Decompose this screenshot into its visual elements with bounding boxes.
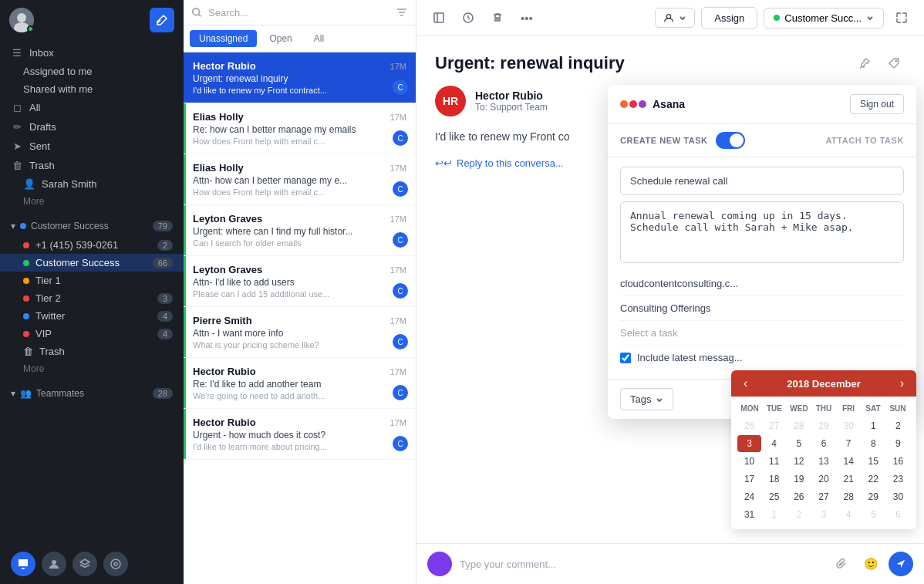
profile-button[interactable] bbox=[42, 552, 66, 576]
message-item[interactable]: Hector Rubio 17M Urgent: renewal inquiry… bbox=[184, 52, 416, 103]
more-link-1[interactable]: More bbox=[0, 193, 184, 210]
delete-icon[interactable] bbox=[486, 6, 509, 29]
calendar-day[interactable]: 4 bbox=[837, 506, 861, 523]
assign-button[interactable]: Assign bbox=[701, 7, 757, 29]
calendar-day[interactable]: 3 bbox=[811, 506, 835, 523]
calendar-day[interactable]: 5 bbox=[787, 435, 811, 452]
chat-button[interactable] bbox=[11, 552, 35, 576]
calendar-day[interactable]: 27 bbox=[762, 417, 786, 434]
calendar-day[interactable]: 30 bbox=[886, 488, 910, 505]
teammates-header[interactable]: ▾ 👥 Teammates 28 bbox=[0, 383, 184, 403]
calendar-day[interactable]: 23 bbox=[886, 471, 910, 488]
message-item[interactable]: Leyton Graves 17M Attn- I'd like to add … bbox=[184, 256, 416, 307]
calendar-day[interactable]: 24 bbox=[737, 488, 761, 505]
calendar-day[interactable]: 26 bbox=[737, 417, 761, 434]
calendar-day[interactable]: 13 bbox=[811, 453, 835, 470]
pin-icon[interactable] bbox=[853, 52, 876, 75]
calendar-day[interactable]: 21 bbox=[837, 471, 861, 488]
customer-success-header[interactable]: ▾ Customer Success 79 bbox=[0, 216, 184, 236]
calendar-day[interactable]: 20 bbox=[811, 471, 835, 488]
layers-button[interactable] bbox=[73, 552, 97, 576]
sidebar-item-tier2[interactable]: Tier 2 3 bbox=[0, 289, 184, 307]
calendar-day[interactable]: 22 bbox=[862, 471, 885, 488]
assignee-picker[interactable] bbox=[655, 8, 695, 28]
calendar-day[interactable]: 6 bbox=[886, 506, 910, 523]
calendar-day[interactable]: 30 bbox=[837, 417, 861, 434]
calendar-day[interactable]: 8 bbox=[862, 435, 885, 452]
sidebar-item-drafts[interactable]: ✏ Drafts bbox=[0, 117, 184, 137]
filter-icon[interactable] bbox=[396, 6, 408, 19]
calendar-day[interactable]: 1 bbox=[762, 506, 786, 523]
tab-open[interactable]: Open bbox=[260, 30, 301, 47]
calendar-day[interactable]: 29 bbox=[862, 488, 885, 505]
create-task-toggle[interactable] bbox=[716, 132, 745, 149]
tab-all[interactable]: All bbox=[305, 30, 333, 47]
tab-unassigned[interactable]: Unassigned bbox=[190, 30, 257, 47]
select-task-label[interactable]: Select a task bbox=[620, 327, 677, 339]
calendar-day[interactable]: 27 bbox=[811, 488, 835, 505]
calendar-day[interactable]: 5 bbox=[862, 506, 885, 523]
sign-out-button[interactable]: Sign out bbox=[850, 94, 904, 114]
calendar-day[interactable]: 4 bbox=[762, 435, 786, 452]
message-item[interactable]: Hector Rubio 17M Re: I'd like to add ano… bbox=[184, 358, 416, 409]
cal-prev-button[interactable]: ‹ bbox=[740, 376, 750, 390]
calendar-day[interactable]: 9 bbox=[886, 435, 910, 452]
calendar-day[interactable]: 16 bbox=[886, 453, 910, 470]
calendar-day[interactable]: 14 bbox=[837, 453, 861, 470]
more-link-2[interactable]: More bbox=[0, 360, 184, 377]
sidebar-item-trash[interactable]: 🗑 Trash bbox=[0, 156, 184, 175]
calendar-day[interactable]: 11 bbox=[762, 453, 786, 470]
view-icon[interactable] bbox=[427, 6, 450, 29]
sidebar-item-phone[interactable]: +1 (415) 539-0261 2 bbox=[0, 236, 184, 254]
calendar-day[interactable]: 10 bbox=[737, 453, 761, 470]
sidebar-item-twitter[interactable]: Twitter 4 bbox=[0, 307, 184, 325]
calendar-day[interactable]: 18 bbox=[762, 471, 786, 488]
message-item[interactable]: Elias Holly 17M Re: how can I better man… bbox=[184, 103, 416, 154]
calendar-day[interactable]: 25 bbox=[762, 488, 786, 505]
message-item[interactable]: Hector Rubio 17M Urgent - how much does … bbox=[184, 409, 416, 460]
expand-icon[interactable] bbox=[890, 6, 913, 29]
calendar-day[interactable]: 3 bbox=[737, 435, 761, 452]
clock-icon[interactable] bbox=[457, 6, 480, 29]
sidebar-item-tier1[interactable]: Tier 1 bbox=[0, 272, 184, 289]
calendar-day[interactable]: 2 bbox=[886, 417, 910, 434]
message-item[interactable]: Elias Holly 17M Attn- how can I better m… bbox=[184, 154, 416, 205]
calendar-day[interactable]: 29 bbox=[811, 417, 835, 434]
task-name-input[interactable] bbox=[620, 167, 904, 195]
sidebar-item-trash2[interactable]: 🗑 Trash bbox=[0, 343, 184, 360]
tag-icon[interactable] bbox=[882, 52, 905, 75]
calendar-day[interactable]: 26 bbox=[787, 488, 811, 505]
calendar-day[interactable]: 19 bbox=[787, 471, 811, 488]
calendar-day[interactable]: 17 bbox=[737, 471, 761, 488]
calendar-day[interactable]: 15 bbox=[862, 453, 885, 470]
emoji-icon[interactable]: 🙂 bbox=[859, 552, 882, 576]
include-message-checkbox[interactable] bbox=[620, 353, 631, 363]
tags-button[interactable]: Tags bbox=[620, 388, 673, 410]
search-input[interactable] bbox=[208, 7, 389, 19]
cal-next-button[interactable]: › bbox=[897, 376, 907, 390]
sidebar-item-inbox[interactable]: ☰ Inbox bbox=[0, 43, 184, 62]
sidebar-item-shared[interactable]: Shared with me bbox=[0, 80, 184, 98]
compose-button[interactable] bbox=[150, 8, 174, 32]
sidebar-item-sent[interactable]: ➤ Sent bbox=[0, 137, 184, 156]
send-button[interactable] bbox=[889, 552, 913, 576]
calendar-day[interactable]: 28 bbox=[837, 488, 861, 505]
sidebar-item-assigned[interactable]: Assigned to me bbox=[0, 62, 184, 80]
calendar-day[interactable]: 28 bbox=[787, 417, 811, 434]
calendar-day[interactable]: 6 bbox=[811, 435, 835, 452]
calendar-day[interactable]: 7 bbox=[837, 435, 861, 452]
comment-input[interactable] bbox=[460, 559, 822, 570]
message-item[interactable]: Leyton Graves 17M Urgent: where can I fi… bbox=[184, 205, 416, 256]
calendar-day[interactable]: 12 bbox=[787, 453, 811, 470]
sidebar-item-sarah[interactable]: 👤 Sarah Smith bbox=[0, 175, 184, 193]
sidebar-item-vip[interactable]: VIP 4 bbox=[0, 325, 184, 343]
attach-to-task-label[interactable]: ATTACH TO TASK bbox=[825, 136, 904, 145]
team-badge[interactable]: Customer Succ... bbox=[764, 8, 884, 29]
message-item[interactable]: Pierre Smith 17M Attn - I want more info… bbox=[184, 307, 416, 358]
task-notes-input[interactable]: Annual renewal coming up in 15 days. Sch… bbox=[620, 201, 904, 263]
calendar-day[interactable]: 1 bbox=[862, 417, 885, 434]
calendar-day[interactable]: 31 bbox=[737, 506, 761, 523]
sidebar-item-all[interactable]: ◻ All bbox=[0, 98, 184, 117]
more-icon[interactable]: ••• bbox=[515, 6, 538, 29]
activity-button[interactable] bbox=[103, 552, 128, 576]
